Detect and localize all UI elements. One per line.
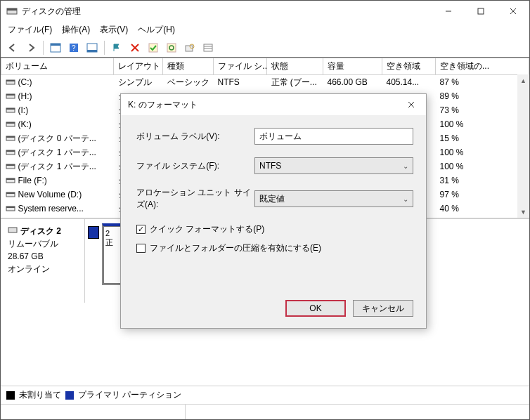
svg-rect-39 — [6, 192, 15, 194]
cell-freepct: 31 % — [436, 173, 529, 188]
volume-name: System reserve... — [18, 204, 84, 214]
col-type[interactable]: 種類 — [163, 58, 214, 75]
dialog-close-button[interactable] — [401, 96, 422, 114]
scrollbar[interactable]: ▲ ▼ — [517, 74, 529, 218]
volume-icon — [6, 177, 15, 184]
svg-rect-3 — [478, 8, 484, 14]
close-button[interactable] — [497, 1, 529, 22]
titlebar: ディスクの管理 — [1, 1, 529, 22]
maximize-button[interactable] — [465, 1, 497, 22]
disk-state: オンライン — [8, 263, 77, 275]
svg-rect-41 — [6, 206, 15, 208]
cell-freepct: 73 % — [436, 103, 529, 117]
compression-checkbox[interactable] — [136, 244, 146, 253]
col-volume[interactable]: ボリューム — [1, 58, 114, 75]
svg-rect-37 — [6, 178, 15, 180]
format-dialog: K: のフォーマット ボリューム ラベル(V): ファイル システム(F): N… — [120, 93, 427, 329]
col-freepct[interactable]: 空き領域の... — [436, 58, 529, 75]
scroll-up-icon[interactable]: ▲ — [517, 74, 529, 86]
svg-rect-11 — [87, 50, 97, 52]
svg-rect-7 — [51, 44, 60, 46]
svg-rect-44 — [8, 228, 17, 232]
volume-label-input[interactable] — [254, 128, 413, 145]
menubar: ファイル(F) 操作(A) 表示(V) ヘルプ(H) — [1, 22, 529, 37]
refresh-icon[interactable] — [164, 40, 179, 55]
menu-view[interactable]: 表示(V) — [96, 22, 132, 37]
volume-name: (ディスク 1 パーテ... — [18, 147, 96, 159]
cancel-button[interactable]: キャンセル — [353, 300, 413, 317]
volume-name: New Volume (D:) — [18, 190, 82, 199]
volume-icon — [6, 163, 15, 170]
cell-type: ベーシック — [163, 75, 214, 90]
svg-rect-1 — [7, 8, 17, 11]
volume-icon — [6, 149, 15, 156]
label-volume-label: ボリューム ラベル(V): — [136, 131, 254, 143]
disk-size: 28.67 GB — [8, 250, 77, 263]
label-compression: ファイルとフォルダーの圧縮を有効にする(E) — [150, 242, 321, 254]
label-filesystem: ファイル システム(F): — [136, 160, 254, 172]
disk-device-icon — [8, 225, 18, 237]
back-button[interactable] — [5, 40, 20, 55]
delete-icon[interactable] — [127, 40, 143, 55]
col-capacity[interactable]: 容量 — [323, 58, 382, 75]
view-top-icon[interactable] — [48, 40, 63, 55]
chevron-down-icon: ⌄ — [403, 195, 408, 203]
svg-text:?: ? — [72, 44, 76, 52]
volume-name: (C:) — [18, 77, 32, 87]
cell-freepct: 89 % — [436, 89, 529, 103]
table-row[interactable]: (C:)シンプルベーシックNTFS正常 (ブー...466.00 GB405.1… — [1, 75, 529, 90]
volume-name: (ディスク 0 パーテ... — [18, 133, 96, 145]
find-icon[interactable] — [182, 40, 198, 55]
legend-primary: プライマリ パーティション — [78, 389, 181, 401]
cell-freepct: 15 % — [436, 131, 529, 145]
cell-status: 正常 (ブー... — [267, 75, 323, 90]
svg-rect-19 — [204, 44, 212, 51]
flag-icon[interactable] — [109, 40, 124, 55]
volume-name: (I:) — [18, 105, 29, 115]
volume-icon — [6, 205, 15, 212]
col-status[interactable]: 状態 — [267, 58, 323, 75]
filesystem-select[interactable]: NTFS ⌄ — [254, 157, 413, 174]
partition-line1: 2 — [105, 229, 119, 237]
legend: 未割り当て プライマリ パーティション — [1, 386, 529, 404]
svg-rect-25 — [6, 94, 15, 96]
cell-freepct: 100 % — [436, 145, 529, 159]
svg-rect-35 — [6, 164, 15, 166]
svg-rect-31 — [6, 136, 15, 138]
cell-capacity: 466.00 GB — [323, 75, 382, 90]
cell-freepct: 97 % — [436, 188, 529, 202]
scroll-down-icon[interactable]: ▼ — [517, 206, 529, 218]
forward-button[interactable] — [23, 40, 39, 55]
ok-button[interactable]: OK — [285, 300, 346, 317]
dialog-title: K: のフォーマット — [128, 99, 401, 111]
volume-icon — [6, 191, 15, 198]
cell-freepct: 99 % — [436, 216, 529, 218]
allocation-value: 既定値 — [259, 193, 285, 205]
cell-freepct: 87 % — [436, 75, 529, 90]
list-icon[interactable] — [200, 40, 216, 55]
col-layout[interactable]: レイアウト — [114, 58, 163, 75]
cell-freepct: 100 % — [436, 117, 529, 131]
view-bottom-icon[interactable] — [84, 40, 100, 55]
menu-file[interactable]: ファイル(F) — [4, 22, 56, 37]
col-free[interactable]: 空き領域 — [382, 58, 436, 75]
cell-fs: NTFS — [214, 75, 267, 90]
minimize-button[interactable] — [432, 1, 465, 22]
volume-icon — [6, 79, 15, 86]
quick-format-checkbox[interactable]: ✓ — [136, 225, 146, 234]
filesystem-value: NTFS — [259, 161, 281, 171]
volume-icon — [6, 135, 15, 142]
disk-media: リムーバブル — [8, 237, 77, 250]
menu-help[interactable]: ヘルプ(H) — [134, 22, 179, 37]
partition-line2: 正 — [105, 237, 119, 248]
cell-freepct: 100 % — [436, 159, 529, 173]
menu-action[interactable]: 操作(A) — [58, 22, 94, 37]
disk-header-block — [88, 226, 99, 239]
legend-swatch-primary — [65, 391, 74, 400]
col-filesystem[interactable]: ファイル シ... — [214, 58, 267, 75]
cell-freepct: 40 % — [436, 202, 529, 216]
check-icon[interactable] — [146, 40, 161, 55]
svg-rect-27 — [6, 108, 15, 110]
help-icon[interactable]: ? — [66, 40, 82, 55]
allocation-select[interactable]: 既定値 ⌄ — [254, 190, 413, 207]
